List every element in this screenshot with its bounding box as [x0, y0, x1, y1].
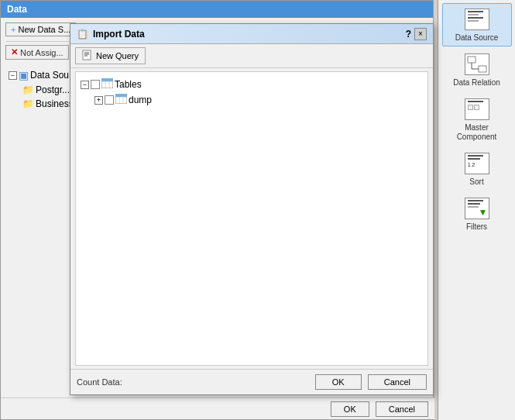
sidebar-item-sort[interactable]: 1 2 Sort — [442, 147, 512, 191]
svg-rect-1 — [479, 66, 486, 72]
dump-label: dump — [129, 95, 152, 105]
new-query-label: New Query — [96, 51, 139, 60]
bottom-cancel-button[interactable]: Cancel — [376, 401, 428, 417]
not-assigned-button[interactable]: ✕ Not Assig... — [5, 45, 69, 60]
import-data-dialog: 📋 Import Data ? × New Query − — [70, 23, 434, 395]
dialog-footer: Count Data: OK Cancel — [70, 369, 433, 394]
new-data-source-icon: + — [11, 25, 15, 34]
expand-icon[interactable]: − — [9, 71, 17, 80]
dump-table-icon — [115, 94, 127, 106]
svg-rect-4 — [83, 50, 91, 60]
sidebar-item-filters[interactable]: ▼ Filters — [442, 192, 512, 236]
tables-children: + dump — [81, 92, 423, 108]
sidebar-item-data-relation[interactable]: Data Relation — [442, 48, 512, 91]
sort-icon: 1 2 — [463, 151, 491, 176]
new-query-button[interactable]: New Query — [75, 47, 146, 64]
dialog-content: − Tables + — [75, 71, 428, 366]
data-panel-title: Data — [7, 4, 27, 15]
dialog-footer-buttons: OK Cancel — [315, 374, 427, 390]
bottom-ok-button[interactable]: OK — [331, 401, 369, 417]
new-data-source-label: New Data S... — [18, 25, 70, 34]
tables-row[interactable]: − Tables — [81, 77, 423, 92]
dump-row[interactable]: + dump — [94, 92, 423, 108]
dialog-titlebar: 📋 Import Data ? × — [70, 24, 433, 44]
sidebar-item-master-component[interactable]: Master Component — [442, 93, 512, 146]
right-sidebar: Data Source Data Relation — [438, 0, 515, 420]
filters-icon: ▼ — [463, 196, 491, 221]
sidebar-data-relation-label: Data Relation — [453, 78, 500, 88]
dialog-close-button[interactable]: × — [414, 28, 427, 40]
sidebar-master-component-label: Master Component — [445, 123, 510, 142]
postgr-label: Postgr... — [36, 84, 70, 95]
tables-label: Tables — [115, 79, 142, 90]
table-group-icon — [101, 78, 113, 91]
data-relation-icon — [463, 52, 491, 77]
sidebar-filters-label: Filters — [466, 222, 487, 232]
sidebar-data-source-label: Data Source — [455, 33, 499, 43]
sidebar-sort-label: Sort — [469, 177, 483, 187]
count-data-label: Count Data: — [77, 377, 122, 387]
folder-icon: 📁 — [22, 84, 34, 95]
dump-checkbox[interactable] — [105, 95, 114, 105]
svg-rect-0 — [468, 57, 476, 63]
dialog-help-icon[interactable]: ? — [406, 29, 411, 40]
dialog-ok-button[interactable]: OK — [315, 374, 362, 390]
dialog-title-left: 📋 Import Data — [77, 29, 145, 40]
dialog-cancel-button[interactable]: Cancel — [368, 374, 427, 390]
tables-checkbox[interactable] — [91, 80, 100, 89]
tables-node: − Tables + — [81, 77, 423, 108]
dialog-toolbar: New Query — [70, 44, 433, 68]
data-panel-titlebar: Data — [1, 1, 433, 18]
svg-rect-12 — [101, 78, 113, 81]
master-component-icon — [463, 97, 491, 122]
x-icon: ✕ — [11, 47, 18, 57]
bottom-bar: OK Cancel — [1, 398, 434, 419]
database-icon: ▣ — [19, 69, 29, 81]
new-data-source-button[interactable]: + New Data S... — [5, 22, 76, 36]
folder-icon-2: 📁 — [22, 98, 34, 109]
not-assigned-label: Not Assig... — [20, 48, 64, 57]
dialog-icon: 📋 — [77, 29, 88, 40]
svg-rect-17 — [115, 94, 127, 97]
tables-expand-icon[interactable]: − — [81, 81, 89, 89]
dialog-title: Import Data — [93, 29, 145, 40]
dialog-controls: ? × — [406, 28, 427, 40]
new-query-icon — [82, 50, 93, 62]
sidebar-item-data-source[interactable]: Data Source — [442, 3, 512, 46]
dump-expand-icon[interactable]: + — [94, 96, 103, 105]
data-source-icon — [463, 7, 491, 32]
